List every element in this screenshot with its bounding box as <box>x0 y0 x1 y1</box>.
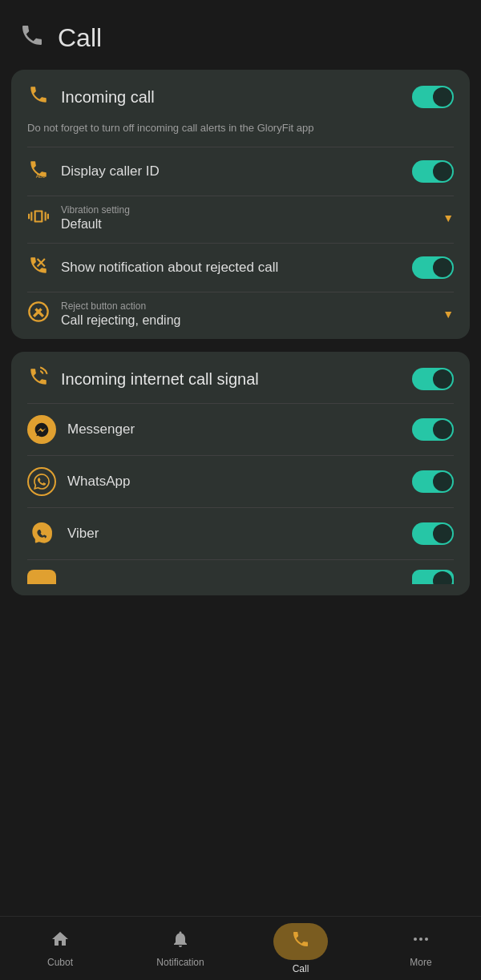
partial-app-row <box>11 560 470 595</box>
phone-rejected-icon <box>27 255 50 280</box>
call-nav-icon <box>291 930 310 954</box>
reject-action-row[interactable]: Reject button action Call rejecting, end… <box>11 292 470 339</box>
notification-nav-label: Notification <box>156 957 204 968</box>
rejected-call-toggle[interactable] <box>412 256 454 279</box>
bottom-navigation: Cubot Notification Call More <box>0 916 481 980</box>
incoming-call-toggle[interactable] <box>412 86 454 108</box>
svg-point-3 <box>419 938 422 941</box>
whatsapp-toggle[interactable] <box>412 470 454 493</box>
vibration-value: Default <box>61 217 130 232</box>
internet-call-icon <box>27 366 50 392</box>
whatsapp-app-icon <box>27 467 56 496</box>
reject-action-chevron-icon: ▼ <box>443 308 454 321</box>
vibration-chevron-icon: ▼ <box>443 212 454 224</box>
vibration-setting-row[interactable]: Vibration setting Default ▼ <box>11 196 470 243</box>
more-nav-label: More <box>410 957 431 968</box>
incoming-call-section-header: Incoming call <box>11 70 470 121</box>
viber-row: Viber <box>11 508 470 559</box>
rejected-call-label: Show notification about rejected call <box>61 260 278 276</box>
nav-item-more[interactable]: More <box>361 930 481 968</box>
viber-toggle[interactable] <box>412 522 454 545</box>
phone-icon <box>19 22 45 54</box>
vibration-sublabel: Vibration setting <box>61 204 130 216</box>
incoming-call-icon <box>27 84 50 110</box>
messenger-row: Messenger <box>11 404 470 455</box>
internet-call-toggle[interactable] <box>412 368 454 390</box>
rejected-call-row: Show notification about rejected call <box>11 244 470 292</box>
internet-call-title: Incoming internet call signal <box>61 370 259 389</box>
reject-action-sublabel: Reject button action <box>61 300 180 312</box>
partial-app-toggle[interactable] <box>412 570 454 584</box>
svg-point-4 <box>425 938 428 941</box>
display-caller-id-row: Abc Display caller ID <box>11 147 470 196</box>
nav-item-cubot[interactable]: Cubot <box>0 930 120 968</box>
incoming-call-subtitle: Do not forget to turn off incoming call … <box>11 121 470 147</box>
svg-point-2 <box>414 938 417 941</box>
page-title: Call <box>58 23 102 53</box>
viber-label: Viber <box>67 526 99 542</box>
whatsapp-label: WhatsApp <box>67 474 130 490</box>
more-icon <box>411 930 430 954</box>
nav-item-notification[interactable]: Notification <box>120 930 240 968</box>
internet-call-card: Incoming internet call signal Messenger <box>11 352 470 595</box>
whatsapp-row: WhatsApp <box>11 456 470 507</box>
internet-call-section-header: Incoming internet call signal <box>11 352 470 403</box>
home-icon <box>51 930 70 954</box>
incoming-call-card: Incoming call Do not forget to turn off … <box>11 70 470 339</box>
reject-circle-icon <box>27 300 50 328</box>
messenger-label: Messenger <box>67 421 135 438</box>
incoming-call-title: Incoming call <box>61 88 155 107</box>
bell-icon <box>171 930 190 954</box>
viber-app-icon <box>27 519 56 548</box>
nav-item-call[interactable]: Call <box>240 923 361 974</box>
phone-abc-icon: Abc <box>27 159 50 184</box>
messenger-toggle[interactable] <box>412 418 454 441</box>
display-caller-id-label: Display caller ID <box>61 163 160 179</box>
display-caller-id-toggle[interactable] <box>412 160 454 183</box>
partial-app-icon <box>27 570 56 584</box>
call-nav-active-bg <box>273 923 328 960</box>
cubot-nav-label: Cubot <box>47 957 73 968</box>
call-nav-label: Call <box>293 963 309 974</box>
messenger-app-icon <box>27 415 56 444</box>
svg-text:Abc: Abc <box>36 173 46 179</box>
vibration-icon <box>27 206 50 231</box>
reject-action-value: Call rejecting, ending <box>61 313 180 328</box>
page-header: Call <box>0 0 481 70</box>
